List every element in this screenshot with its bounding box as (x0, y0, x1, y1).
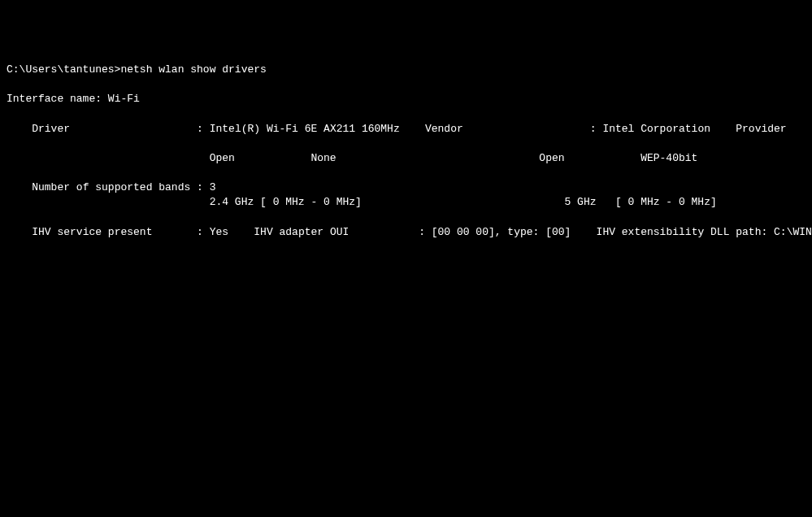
indent (7, 226, 32, 238)
bands-label: Number of supported bands (32, 181, 197, 193)
auth-method: Open (210, 152, 311, 164)
auth-cipher-row: Open None (7, 152, 337, 164)
field-label: IHV service present (32, 226, 197, 238)
field-label: IHV adapter OUI (254, 226, 419, 238)
interface-label: Interface name: (7, 93, 108, 105)
field-value: Intel Corporation (602, 123, 710, 135)
auth-cipher-list: Open None Open WEP-40bit Open WEP-104bit… (7, 151, 805, 166)
field-separator: : (590, 123, 603, 135)
bands-sep: : (197, 181, 210, 193)
indent (697, 152, 812, 164)
auth-cipher-row: Open WEP-104bit (697, 152, 812, 164)
field-value: [00 00 00], type: [00] (432, 226, 571, 238)
field-value: Yes (210, 226, 228, 238)
driver-field-line: Provider : Intel (710, 123, 812, 135)
auth-cipher-row: Open WEP-40bit (337, 152, 698, 164)
band-row: 5 GHz [ 0 MHz - 0 MHz] (362, 196, 717, 208)
driver-fields: Driver : Intel(R) Wi-Fi 6E AX211 160MHz … (7, 122, 805, 137)
driver-field-line: Vendor : Intel Corporation (400, 123, 710, 135)
band-value: 5 GHz [ 0 MHz - 0 MHz] (565, 196, 717, 208)
indent (228, 226, 254, 238)
indent (7, 152, 210, 164)
field-value: C:\WINDOWS\System32\DriverStore\FileRepo… (774, 226, 812, 238)
cipher-method: WEP-40bit (640, 152, 697, 164)
driver-field-line: Driver : Intel(R) Wi-Fi 6E AX211 160MHz (7, 123, 400, 135)
interface-name: Wi-Fi (108, 93, 140, 105)
band-row: 6 GHz [ 0 MHz - 0 MHz] (717, 196, 812, 208)
field-label: Provider (736, 123, 812, 135)
auth-method: Open (539, 152, 640, 164)
band-row: 2.4 GHz [ 0 MHz - 0 MHz] (7, 196, 362, 208)
field-label: Vendor (425, 123, 590, 135)
indent (717, 196, 812, 208)
prompt-path: C:\Users\tantunes> (7, 63, 120, 76)
indent (362, 196, 565, 208)
indent (7, 181, 32, 193)
indent (337, 152, 540, 164)
bands-value: 3 (210, 181, 216, 193)
field-value: Intel(R) Wi-Fi 6E AX211 160MHz (210, 123, 400, 135)
field-separator: : (761, 226, 774, 238)
trailer-field-line: IHV adapter OUI : [00 00 00], type: [00] (228, 226, 571, 238)
trailer-field-line: IHV extensibility DLL path: C:\WINDOWS\S… (571, 226, 812, 238)
indent (7, 123, 32, 135)
field-label: Driver (32, 123, 197, 135)
field-separator: : (197, 226, 210, 238)
trailer-fields: IHV service present : Yes IHV adapter OU… (7, 225, 805, 240)
bands-count-line: Number of supported bands : 3 (7, 181, 215, 193)
indent (400, 123, 425, 135)
indent (7, 196, 210, 208)
cipher-method: None (310, 152, 336, 164)
field-separator: : (197, 123, 210, 135)
band-list: 2.4 GHz [ 0 MHz - 0 MHz] 5 GHz [ 0 MHz -… (7, 195, 805, 210)
band-value: 2.4 GHz [ 0 MHz - 0 MHz] (210, 196, 362, 208)
trailer-field-line: IHV service present : Yes (7, 226, 228, 238)
command-prompt-line[interactable]: C:\Users\tantunes>netsh wlan show driver… (7, 63, 267, 76)
field-label: IHV extensibility DLL path (597, 226, 762, 238)
indent (571, 226, 596, 238)
field-separator: : (419, 226, 432, 238)
command-text: netsh wlan show drivers (120, 63, 266, 76)
indent (710, 123, 736, 135)
interface-line: Interface name: Wi-Fi (7, 93, 140, 105)
